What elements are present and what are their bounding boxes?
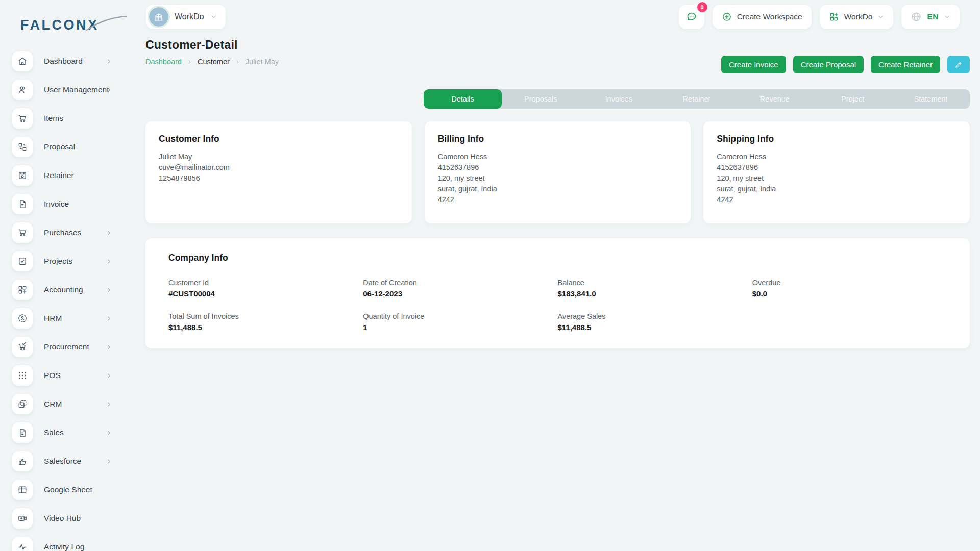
company-info-title: Company Info — [168, 253, 947, 263]
shipping-city: surat, gujrat, India — [717, 184, 957, 194]
tab-retainer[interactable]: Retainer — [658, 89, 736, 109]
create-proposal-button[interactable]: Create Proposal — [793, 56, 864, 73]
sidebar-item-user-management[interactable]: User Management — [12, 80, 129, 100]
sidebar-item-purchases[interactable]: Purchases — [12, 222, 129, 243]
sidebar-item-projects[interactable]: Projects — [12, 251, 129, 271]
customer-info-card: Customer Info Juliet May cuve@mailinator… — [145, 121, 412, 223]
field-balance: Balance $183,841.0 — [558, 279, 752, 298]
sidebar-item-sales[interactable]: Sales — [12, 422, 129, 443]
language-selector[interactable]: EN — [901, 5, 960, 29]
grid-plus-icon — [12, 280, 33, 300]
billing-info-card: Billing Info Cameron Hess 4152637896 120… — [425, 121, 691, 223]
chevron-down-icon — [944, 14, 950, 20]
cart-icon — [12, 108, 33, 129]
workdo-menu-button[interactable]: WorkDo — [820, 5, 894, 29]
building-icon — [149, 7, 168, 27]
floppy-icon — [12, 165, 33, 186]
users-icon — [12, 80, 33, 100]
customer-phone: 1254879856 — [159, 173, 399, 184]
sidebar-item-accounting[interactable]: Accounting — [12, 280, 129, 300]
sidebar-item-hrm[interactable]: HRM — [12, 308, 129, 329]
chevron-right-icon — [106, 458, 112, 465]
sidebar-item-pos[interactable]: POS — [12, 365, 129, 386]
shipping-phone: 4152637896 — [717, 162, 957, 173]
grid-plus-icon — [829, 12, 839, 22]
tab-invoices[interactable]: Invoices — [580, 89, 658, 109]
chat-bubble-icon — [685, 11, 698, 23]
breadcrumb-dashboard[interactable]: Dashboard — [145, 58, 182, 66]
sidebar-item-procurement[interactable]: Procurement — [12, 337, 129, 357]
chevron-right-icon — [106, 230, 112, 236]
workspace-switcher[interactable]: WorkDo — [146, 5, 226, 29]
chevron-right-icon — [106, 401, 112, 408]
chevron-right-icon — [106, 344, 112, 350]
create-retainer-button[interactable]: Create Retainer — [871, 56, 940, 73]
create-invoice-button[interactable]: Create Invoice — [721, 56, 786, 73]
customer-info-title: Customer Info — [159, 134, 399, 144]
shipping-info-title: Shipping Info — [717, 134, 957, 144]
page-title: Customer-Detail — [145, 38, 970, 52]
messages-button[interactable]: 0 — [679, 5, 704, 29]
chevron-down-icon — [210, 13, 217, 20]
tab-proposals[interactable]: Proposals — [502, 89, 580, 109]
billing-name: Cameron Hess — [438, 152, 678, 162]
sidebar-item-invoice[interactable]: Invoice — [12, 194, 129, 214]
field-total-sum-of-invoices: Total Sum of Invoices $11,488.5 — [168, 312, 363, 332]
video-camera-icon — [12, 508, 33, 529]
person-dashed-circle-icon — [12, 308, 33, 329]
sidebar-item-video-hub[interactable]: Video Hub — [12, 508, 129, 529]
sidebar-item-retainer[interactable]: Retainer — [12, 165, 129, 186]
tab-details[interactable]: Details — [424, 89, 502, 109]
falconx-logo[interactable]: FALCONX — [20, 15, 128, 35]
shipping-zip: 4242 — [717, 194, 957, 205]
cart-edit-icon — [12, 337, 33, 357]
field-date-of-creation: Date of Creation 06-12-2023 — [363, 279, 557, 298]
sidebar-item-google-sheet[interactable]: Google Sheet — [12, 480, 129, 500]
page-actions: Create Invoice Create Proposal Create Re… — [721, 56, 970, 73]
shipping-name: Cameron Hess — [717, 152, 957, 162]
overlap-squares-icon — [12, 394, 33, 414]
customer-name: Juliet May — [159, 152, 399, 162]
sidebar-item-crm[interactable]: CRM — [12, 394, 129, 414]
chevron-right-icon — [235, 59, 240, 65]
globe-icon — [911, 11, 922, 22]
chevron-right-icon — [106, 315, 112, 322]
billing-info-title: Billing Info — [438, 134, 678, 144]
activity-pulse-icon — [12, 537, 33, 551]
tab-statement[interactable]: Statement — [892, 89, 970, 109]
edit-customer-button[interactable] — [947, 56, 970, 73]
sidebar-item-proposal[interactable]: Proposal — [12, 137, 129, 157]
plus-circle-icon — [722, 12, 732, 22]
sidebar-item-items[interactable]: Items — [12, 108, 129, 129]
field-average-sales: Average Sales $11,488.5 — [558, 312, 752, 332]
sidebar-item-salesforce[interactable]: Salesforce — [12, 451, 129, 471]
sidebar: Dashboard User Management Items Proposal… — [0, 41, 129, 551]
sidebar-item-activity-log[interactable]: Activity Log — [12, 537, 129, 551]
breadcrumb-current: Juliet May — [246, 58, 279, 66]
chevron-right-icon — [106, 372, 112, 379]
billing-address: 120, my street — [438, 173, 678, 184]
cart-icon — [12, 222, 33, 243]
create-workspace-label: Create Workspace — [737, 12, 802, 21]
chevron-right-icon — [106, 87, 112, 93]
check-square-icon — [12, 251, 33, 271]
tab-revenue[interactable]: Revenue — [736, 89, 814, 109]
chevron-right-icon — [106, 287, 112, 293]
notification-badge: 0 — [696, 1, 708, 13]
sidebar-item-dashboard[interactable]: Dashboard — [12, 51, 129, 71]
billing-city: surat, gujrat, India — [438, 184, 678, 194]
tab-project[interactable]: Project — [814, 89, 892, 109]
table-icon — [12, 480, 33, 500]
field-overdue: Overdue $0.0 — [752, 279, 947, 298]
chevron-right-icon — [106, 258, 112, 265]
document-icon — [12, 422, 33, 443]
workspace-name: WorkDo — [175, 12, 204, 21]
create-workspace-button[interactable]: Create Workspace — [713, 5, 812, 29]
shipping-address: 120, my street — [717, 173, 957, 184]
dots-grid-icon — [12, 365, 33, 386]
field-quantity-of-invoice: Quantity of Invoice 1 — [363, 312, 557, 332]
chevron-right-icon — [106, 430, 112, 436]
file-icon — [12, 194, 33, 214]
breadcrumb-customer[interactable]: Customer — [198, 58, 230, 66]
billing-phone: 4152637896 — [438, 162, 678, 173]
